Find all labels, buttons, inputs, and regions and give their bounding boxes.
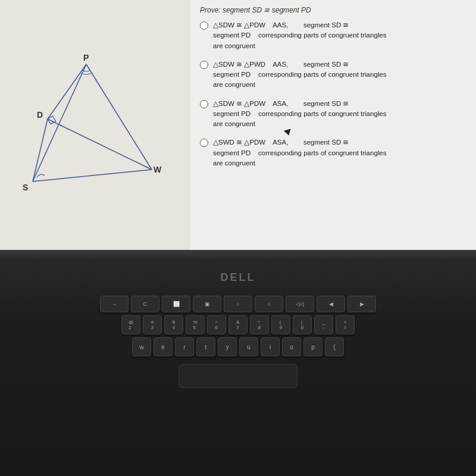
screen: P D W S Prove: segment SD ≅ segment PD △… (0, 0, 476, 250)
key-w[interactable]: w (132, 337, 151, 356)
svg-text:W: W (154, 165, 162, 174)
key-circle2[interactable]: ○ (255, 296, 283, 312)
svg-line-4 (33, 64, 86, 181)
key-y[interactable]: y (218, 337, 237, 356)
key-refresh[interactable]: C (131, 296, 159, 312)
key-plus[interactable]: += (336, 315, 355, 334)
key-caret-6[interactable]: ^6 (207, 315, 226, 334)
key-o[interactable]: o (282, 337, 301, 356)
key-multiwindow[interactable]: ▣ (193, 296, 221, 312)
key-rparen-0[interactable]: )0 (293, 315, 312, 334)
answer-choice-c[interactable]: △SDW ≅ △PDW ASA, segment SD ≅ segment PD… (200, 99, 466, 130)
laptop-hinge (0, 250, 476, 261)
key-window[interactable]: ⬜ (162, 296, 190, 312)
key-lbrace[interactable]: { (325, 337, 344, 356)
geometry-diagram: P D W S (18, 48, 173, 202)
answer-panel: Prove: segment SD ≅ segment PD △SDW ≅ △P… (190, 0, 476, 250)
diagram-panel: P D W S (0, 0, 190, 250)
key-i[interactable]: i (261, 337, 280, 356)
svg-line-5 (48, 64, 86, 119)
radio-d[interactable] (200, 139, 208, 147)
svg-line-1 (33, 170, 152, 181)
answer-text-d: △SWD ≅ △PDW ASA, segment SD ≅ segment PD… (213, 137, 387, 168)
key-t[interactable]: t (196, 337, 215, 356)
key-p[interactable]: p (303, 337, 322, 356)
trackpad[interactable] (178, 364, 298, 388)
key-e[interactable]: e (154, 337, 173, 356)
answer-text-a: △SDW ≅ △PDW AAS, segment SD ≅ segment PD… (213, 20, 387, 51)
svg-text:P: P (83, 53, 89, 62)
laptop-body: DELL → C ⬜ ▣ ○ ○ ◁◁ ◀ ▶ @2 #3 $4 %5 (0, 250, 476, 476)
key-lparen-9[interactable]: (9 (271, 315, 290, 334)
letter-row-1: w e r t y u i o p { (12, 337, 464, 356)
svg-line-0 (33, 119, 48, 181)
cursor-pointer (284, 129, 292, 137)
key-at-2[interactable]: @2 (121, 315, 140, 334)
answer-choice-a[interactable]: △SDW ≅ △PDW AAS, segment SD ≅ segment PD… (200, 20, 466, 51)
answer-text-c: △SDW ≅ △PDW ASA, segment SD ≅ segment PD… (213, 99, 387, 130)
key-percent-5[interactable]: %5 (186, 315, 205, 334)
laptop-brand: DELL (221, 271, 256, 284)
keyboard-area: → C ⬜ ▣ ○ ○ ◁◁ ◀ ▶ @2 #3 $4 %5 ^6 (12, 296, 464, 359)
key-vol-down[interactable]: ◀ (317, 296, 345, 312)
key-star-8[interactable]: *8 (250, 315, 269, 334)
fn-key-row: → C ⬜ ▣ ○ ○ ◁◁ ◀ ▶ (12, 296, 464, 312)
key-minus[interactable]: _- (314, 315, 333, 334)
key-vol-up[interactable]: ▶ (347, 296, 376, 312)
answer-choice-b[interactable]: △SDW ≅ △PWD AAS, segment SD ≅ segment PD… (200, 60, 466, 90)
key-arrow-right[interactable]: → (100, 296, 129, 312)
key-hash-3[interactable]: #3 (143, 315, 162, 334)
key-amp-7[interactable]: &7 (228, 315, 248, 334)
key-u[interactable]: u (239, 337, 258, 356)
key-dollar-4[interactable]: $4 (164, 315, 183, 334)
key-r[interactable]: r (175, 337, 194, 356)
number-key-row: @2 #3 $4 %5 ^6 &7 *8 (9 (12, 315, 464, 334)
answer-choice-d[interactable]: △SWD ≅ △PDW ASA, segment SD ≅ segment PD… (200, 137, 466, 168)
question-header: Prove: segment SD ≅ segment PD (200, 6, 466, 14)
radio-b[interactable] (200, 61, 208, 69)
key-circle1[interactable]: ○ (224, 296, 252, 312)
radio-a[interactable] (200, 21, 208, 30)
radio-c[interactable] (200, 100, 208, 108)
key-back[interactable]: ◁◁ (286, 296, 314, 312)
svg-text:S: S (23, 183, 28, 192)
svg-text:D: D (37, 110, 43, 120)
answer-text-b: △SDW ≅ △PWD AAS, segment SD ≅ segment PD… (213, 60, 387, 90)
